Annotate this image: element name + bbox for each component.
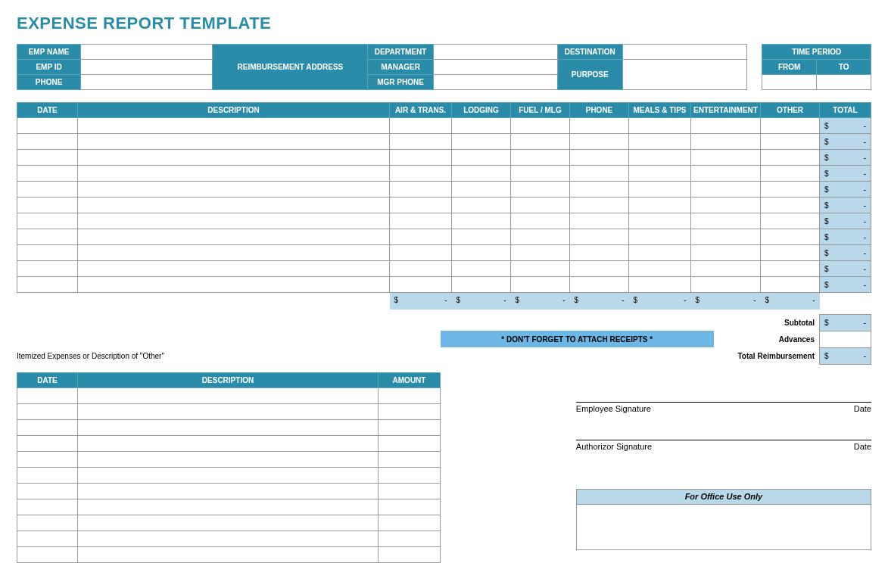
- table-cell[interactable]: [390, 277, 452, 293]
- table-cell[interactable]: [761, 198, 820, 213]
- table-cell[interactable]: [78, 546, 379, 562]
- table-cell[interactable]: [390, 118, 452, 134]
- table-cell[interactable]: [78, 134, 390, 150]
- table-cell[interactable]: [78, 198, 390, 213]
- table-cell[interactable]: [379, 515, 441, 530]
- table-cell[interactable]: [379, 530, 441, 546]
- table-cell[interactable]: [78, 387, 379, 403]
- table-cell[interactable]: [691, 277, 761, 293]
- authorizor-signature-date[interactable]: Date: [826, 440, 871, 478]
- table-cell[interactable]: [629, 166, 691, 182]
- input-destination[interactable]: [622, 45, 746, 60]
- table-cell[interactable]: [761, 213, 820, 229]
- table-cell[interactable]: [511, 245, 570, 261]
- table-cell[interactable]: [629, 261, 691, 277]
- table-cell[interactable]: [78, 277, 390, 293]
- table-cell[interactable]: [78, 245, 390, 261]
- table-cell[interactable]: [78, 118, 390, 134]
- table-cell[interactable]: [570, 182, 629, 198]
- table-cell[interactable]: [78, 530, 379, 546]
- table-cell[interactable]: [570, 245, 629, 261]
- input-phone[interactable]: [81, 75, 213, 90]
- table-cell[interactable]: [691, 134, 761, 150]
- table-cell[interactable]: [691, 198, 761, 213]
- input-purpose[interactable]: [622, 60, 746, 90]
- table-cell[interactable]: [570, 118, 629, 134]
- table-cell[interactable]: [17, 546, 78, 562]
- employee-signature-line[interactable]: Employee Signature: [576, 403, 826, 440]
- table-cell[interactable]: [17, 261, 78, 277]
- table-cell[interactable]: [511, 150, 570, 166]
- input-manager[interactable]: [433, 60, 557, 75]
- table-cell[interactable]: [17, 150, 78, 166]
- table-cell[interactable]: [452, 245, 511, 261]
- table-cell[interactable]: [452, 118, 511, 134]
- table-cell[interactable]: [691, 118, 761, 134]
- table-cell[interactable]: [17, 403, 78, 419]
- input-department[interactable]: [433, 45, 557, 60]
- table-cell[interactable]: [761, 261, 820, 277]
- table-cell[interactable]: [17, 435, 78, 451]
- table-cell[interactable]: [570, 198, 629, 213]
- table-cell[interactable]: [379, 451, 441, 467]
- table-cell[interactable]: [629, 150, 691, 166]
- table-cell[interactable]: [17, 499, 78, 515]
- table-cell[interactable]: [761, 277, 820, 293]
- table-cell[interactable]: [17, 483, 78, 499]
- table-cell[interactable]: [78, 150, 390, 166]
- table-cell[interactable]: [78, 499, 379, 515]
- table-cell[interactable]: [379, 546, 441, 562]
- table-cell[interactable]: [570, 277, 629, 293]
- table-cell[interactable]: [761, 134, 820, 150]
- table-cell[interactable]: [629, 277, 691, 293]
- table-cell[interactable]: [761, 150, 820, 166]
- table-cell[interactable]: [570, 261, 629, 277]
- table-cell[interactable]: [452, 134, 511, 150]
- table-cell[interactable]: [379, 499, 441, 515]
- table-cell[interactable]: [17, 419, 78, 435]
- table-cell[interactable]: [452, 150, 511, 166]
- table-cell[interactable]: [379, 467, 441, 483]
- table-cell[interactable]: [570, 150, 629, 166]
- authorizor-signature-line[interactable]: Authorizor Signature: [576, 440, 826, 478]
- table-cell[interactable]: [17, 530, 78, 546]
- table-cell[interactable]: [761, 166, 820, 182]
- employee-signature-date[interactable]: Date: [826, 403, 871, 440]
- table-cell[interactable]: [390, 134, 452, 150]
- table-cell[interactable]: [570, 134, 629, 150]
- office-use-area[interactable]: [576, 504, 871, 549]
- table-cell[interactable]: [390, 166, 452, 182]
- table-cell[interactable]: [390, 245, 452, 261]
- table-cell[interactable]: [511, 229, 570, 245]
- table-cell[interactable]: [78, 515, 379, 530]
- table-cell[interactable]: [17, 118, 78, 134]
- input-to[interactable]: [817, 75, 871, 90]
- table-cell[interactable]: [17, 213, 78, 229]
- input-emp-id[interactable]: [81, 60, 213, 75]
- table-cell[interactable]: [511, 213, 570, 229]
- table-cell[interactable]: [511, 134, 570, 150]
- table-cell[interactable]: [691, 150, 761, 166]
- input-emp-name[interactable]: [81, 45, 213, 60]
- table-cell[interactable]: [78, 435, 379, 451]
- table-cell[interactable]: [511, 277, 570, 293]
- table-cell[interactable]: [379, 387, 441, 403]
- table-cell[interactable]: [761, 245, 820, 261]
- table-cell[interactable]: [17, 229, 78, 245]
- table-cell[interactable]: [78, 182, 390, 198]
- table-cell[interactable]: [390, 261, 452, 277]
- table-cell[interactable]: [511, 198, 570, 213]
- table-cell[interactable]: [452, 166, 511, 182]
- table-cell[interactable]: [452, 277, 511, 293]
- table-cell[interactable]: [570, 229, 629, 245]
- table-cell[interactable]: [452, 229, 511, 245]
- table-cell[interactable]: [379, 435, 441, 451]
- table-cell[interactable]: [17, 515, 78, 530]
- table-cell[interactable]: [379, 403, 441, 419]
- table-cell[interactable]: [78, 213, 390, 229]
- table-cell[interactable]: [390, 213, 452, 229]
- table-cell[interactable]: [452, 198, 511, 213]
- table-cell[interactable]: [691, 229, 761, 245]
- table-cell[interactable]: [78, 451, 379, 467]
- table-cell[interactable]: [78, 166, 390, 182]
